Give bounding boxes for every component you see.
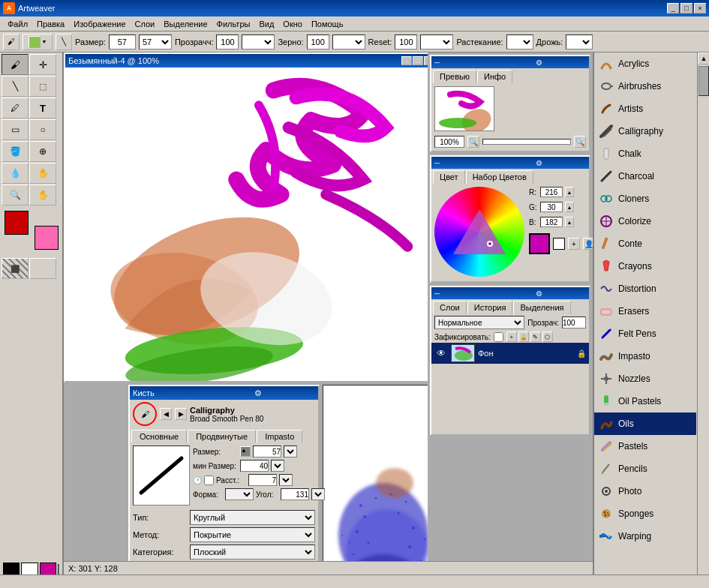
pan-tool[interactable]: ✋	[29, 184, 56, 206]
type-dropdown[interactable]: Круглый	[190, 510, 315, 525]
brush-next-btn[interactable]: ▶	[175, 408, 187, 420]
menu-help[interactable]: Помощь	[307, 19, 348, 29]
tab-basic[interactable]: Основные	[131, 430, 187, 442]
brush-list-item-crayons[interactable]: Crayons	[594, 255, 696, 278]
layers-opacity-input[interactable]	[562, 316, 586, 328]
brush-list-item-colorize[interactable]: Colorize	[594, 210, 696, 232]
brush-list-item-pastels[interactable]: Pastels	[594, 435, 696, 458]
lock-pos-btn[interactable]: +	[506, 332, 517, 342]
spacing-input[interactable]	[248, 474, 277, 486]
white-swatch[interactable]	[553, 238, 565, 250]
tab-color[interactable]: Цвет	[433, 170, 465, 184]
layer-item[interactable]: 👁 Фон 🔒	[431, 343, 589, 364]
lock-all-btn[interactable]: 🔒	[518, 332, 529, 342]
spacing-checkbox[interactable]	[204, 476, 214, 485]
b-up-btn[interactable]: ▲	[565, 217, 574, 227]
brush-list-item-charcoal[interactable]: Charcoal	[594, 165, 696, 188]
zoom-track[interactable]	[482, 139, 571, 145]
color-wheel[interactable]	[434, 187, 524, 277]
size-param-input[interactable]	[253, 446, 281, 458]
scroll-up-btn[interactable]: ▲	[698, 52, 709, 64]
drosh-dropdown[interactable]	[566, 34, 593, 50]
canvas-maximize[interactable]: □	[413, 56, 423, 65]
background-color-swatch[interactable]	[35, 226, 59, 250]
layer-visibility-icon[interactable]: 👁	[434, 346, 448, 360]
brush-list-item-pencils[interactable]: Pencils	[594, 458, 696, 480]
method-dropdown[interactable]: Покрытие	[190, 527, 315, 542]
menu-selection[interactable]: Выделение	[159, 19, 212, 29]
tab-advanced[interactable]: Продвинутые	[188, 430, 256, 442]
minimize-button[interactable]: _	[667, 3, 679, 14]
marquee-tool[interactable]: ⬚	[29, 76, 56, 97]
tab-layers[interactable]: Слои	[433, 301, 467, 314]
canvas-minimize[interactable]: -	[401, 56, 412, 65]
reset-dropdown[interactable]	[420, 34, 453, 50]
move-tool[interactable]: ✛	[29, 54, 56, 75]
rect-select-tool[interactable]: ▭	[2, 119, 29, 140]
brush-list-item-conte[interactable]: Conte	[594, 232, 696, 255]
tab-selections[interactable]: Выделения	[513, 301, 570, 314]
brush-list-item-felt-pens[interactable]: Felt Pens	[594, 322, 696, 345]
brush-list-item-nozzles[interactable]: Nozzles	[594, 368, 696, 390]
menu-filters[interactable]: Фильтры	[212, 19, 255, 29]
grain-input[interactable]	[307, 34, 329, 50]
layers-settings-icon[interactable]: ⚙	[536, 290, 586, 298]
preview-settings-icon[interactable]: ⚙	[536, 58, 586, 67]
brush-list-item-oil-pastels[interactable]: Oil Pastels	[594, 390, 696, 412]
menu-image[interactable]: Изображение	[69, 19, 130, 29]
g-up-btn[interactable]: ▲	[565, 202, 574, 212]
zoom-input[interactable]	[434, 136, 464, 148]
text-tool[interactable]: T	[29, 98, 56, 118]
angle-dropdown[interactable]	[311, 488, 325, 500]
r-input[interactable]	[540, 187, 563, 197]
clone-tool[interactable]: ⊕	[29, 141, 56, 162]
maximize-button[interactable]: □	[680, 3, 692, 14]
tab-history[interactable]: История	[467, 301, 513, 314]
brush-tool[interactable]: 🖌	[2, 54, 29, 75]
category-dropdown[interactable]: Плоский	[190, 544, 315, 560]
brush-list-item-distortion[interactable]: Distortion	[594, 278, 696, 300]
brush-prev-btn[interactable]: ◀	[160, 408, 172, 420]
eyedropper-icon[interactable]: ▼	[23, 34, 53, 50]
brush-list-item-chalk[interactable]: Chalk	[594, 142, 696, 165]
ellipse-tool[interactable]: ○	[29, 119, 56, 140]
fill-tool[interactable]: 🪣	[2, 141, 29, 162]
brush-list-item-calligraphy[interactable]: Calligraphy	[594, 120, 696, 142]
brush-list-item-impasto[interactable]: Impasto	[594, 345, 696, 368]
brush-list-item-airbrushes[interactable]: Airbrushes	[594, 75, 696, 98]
swatch-add-btn[interactable]: +	[568, 238, 580, 250]
minsize-input[interactable]	[240, 460, 269, 472]
r-up-btn[interactable]: ▲	[565, 187, 574, 197]
active-color-swatch[interactable]	[529, 233, 550, 254]
zoom-out-btn[interactable]: 🔍	[467, 136, 479, 148]
grain-dropdown[interactable]	[332, 34, 365, 50]
eyedropper-tool[interactable]: 💧	[2, 163, 29, 184]
g-input[interactable]	[540, 202, 563, 212]
brush-panel-settings-icon[interactable]: ⚙	[254, 388, 315, 398]
size-param-dropdown[interactable]	[284, 446, 297, 458]
reset-input[interactable]	[395, 34, 417, 50]
window-controls[interactable]: _ □ ×	[667, 3, 706, 14]
menu-file[interactable]: Файл	[3, 19, 32, 29]
brush-list-item-warping[interactable]: Warping	[594, 525, 696, 548]
foreground-color-swatch[interactable]	[5, 211, 29, 235]
smudge-tool[interactable]: ✋	[29, 163, 56, 184]
size-dropdown[interactable]: 57	[139, 34, 172, 50]
opacity-dropdown[interactable]	[242, 34, 275, 50]
minsize-dropdown[interactable]	[271, 460, 284, 472]
pen-tool[interactable]: 🖊	[2, 98, 29, 118]
scroll-track[interactable]	[698, 64, 709, 588]
lock-extra-btn[interactable]: ✎	[530, 332, 541, 342]
size-input[interactable]	[109, 34, 136, 50]
brush-list-item-photo[interactable]: Photo	[594, 480, 696, 502]
brush-list-item-cloners[interactable]: Cloners	[594, 188, 696, 210]
zoom-tool[interactable]: 🔍	[2, 184, 29, 206]
close-button[interactable]: ×	[694, 3, 706, 14]
brush-list-item-erasers[interactable]: Erasers	[594, 300, 696, 322]
tab-impasto[interactable]: Impasto	[257, 430, 302, 442]
menu-layers[interactable]: Слои	[131, 19, 160, 29]
brush-tool-icon[interactable]: 🖌	[3, 34, 20, 50]
zoom-in-btn[interactable]: 🔍	[574, 136, 586, 148]
spacing-dropdown[interactable]	[279, 474, 293, 486]
tab-info[interactable]: Инфо	[477, 70, 512, 83]
